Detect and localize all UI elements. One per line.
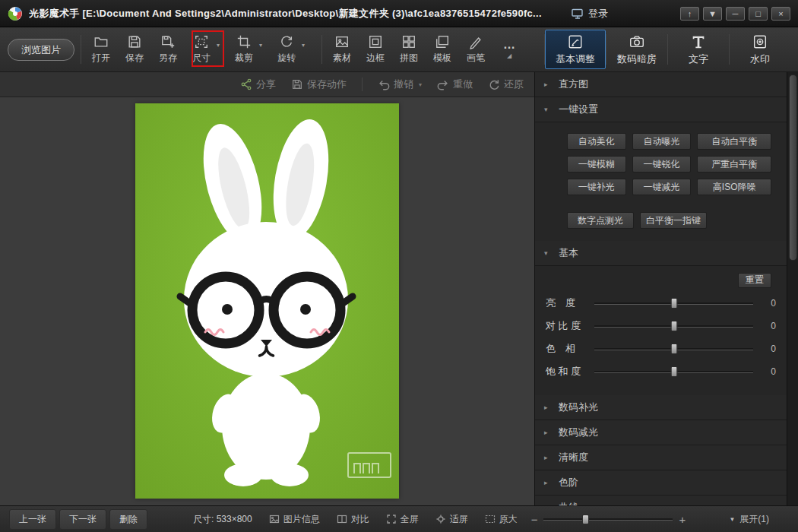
image-info-button[interactable]: 图片信息 <box>269 513 320 526</box>
save-action-button[interactable]: 保存动作 <box>291 78 347 91</box>
auto-exposure-button[interactable]: 自动曝光 <box>632 133 692 150</box>
image-info-icon <box>269 514 280 524</box>
section-basic[interactable]: ▾ 基本 <box>535 241 787 266</box>
panel-scrollbar[interactable] <box>787 72 798 505</box>
rotate-dropdown-icon[interactable]: ▾ <box>302 42 309 49</box>
compare-button[interactable]: 对比 <box>337 513 369 526</box>
scrollbar-thumb[interactable] <box>789 74 797 261</box>
chevron-down-icon: ▾ <box>544 106 552 113</box>
section-title: 一键设置 <box>559 103 598 116</box>
auto-white-balance-button[interactable]: 自动白平衡 <box>697 133 771 150</box>
zoom-slider-thumb[interactable] <box>582 515 589 524</box>
resize-button[interactable]: 尺寸 <box>188 34 215 65</box>
slider-thumb[interactable] <box>670 344 677 354</box>
open-button[interactable]: 打开 <box>87 34 115 65</box>
minimize-button[interactable]: ─ <box>726 7 745 21</box>
one-key-fill-light-button[interactable]: 一键补光 <box>567 179 626 195</box>
text-icon <box>690 33 707 50</box>
undo-button[interactable]: 撤销 ▾ <box>378 78 422 91</box>
previous-image-button[interactable]: 上一张 <box>9 509 56 530</box>
watermark-icon <box>752 33 768 50</box>
restore-button[interactable]: 还原 <box>488 78 524 91</box>
save-button[interactable]: 保存 <box>121 34 148 65</box>
maximize-button[interactable]: □ <box>749 7 768 21</box>
fullscreen-button[interactable]: 全屏 <box>386 513 419 526</box>
fit-screen-button[interactable]: 适屏 <box>435 513 468 526</box>
one-key-reduce-light-button[interactable]: 一键减光 <box>632 179 692 195</box>
zoom-in-button[interactable]: + <box>679 513 686 526</box>
compare-label: 对比 <box>351 513 369 526</box>
section-histogram[interactable]: ▸ 直方图 <box>535 72 787 97</box>
template-button[interactable]: 模板 <box>429 34 456 65</box>
resize-icon <box>194 34 209 49</box>
one-key-sharpen-button[interactable]: 一键锐化 <box>632 156 692 173</box>
slider-thumb[interactable] <box>670 298 677 309</box>
section-title: 数码补光 <box>559 401 598 414</box>
hue-slider[interactable] <box>594 348 753 350</box>
section-levels[interactable]: ▸ 色阶 <box>535 470 787 496</box>
brightness-label: 亮 度 <box>543 296 588 310</box>
severe-white-balance-button[interactable]: 严重白平衡 <box>697 156 771 173</box>
more-tools-button[interactable]: … ◢ <box>496 40 523 59</box>
brush-button[interactable]: 画笔 <box>462 34 489 65</box>
arrow-up-button[interactable]: ↑ <box>680 7 699 21</box>
material-button[interactable]: 素材 <box>328 34 356 65</box>
contrast-slider[interactable] <box>594 325 753 328</box>
close-button[interactable]: × <box>771 7 790 21</box>
main-toolbar: 浏览图片 打开 保存 另存 尺寸 <box>0 27 798 72</box>
fit-screen-icon <box>435 514 446 524</box>
section-title: 数码减光 <box>559 426 598 439</box>
collage-button[interactable]: 拼图 <box>395 34 423 65</box>
arrow-down-button[interactable]: ▼ <box>703 7 722 21</box>
expand-button[interactable]: ▼ 展开(1) <box>729 513 769 526</box>
tab-watermark[interactable]: 水印 <box>730 30 790 69</box>
digital-spot-metering-button[interactable]: 数字点测光 <box>567 212 634 229</box>
auto-beautify-button[interactable]: 自动美化 <box>567 133 626 150</box>
share-button[interactable]: 分享 <box>240 78 276 91</box>
saturation-slider[interactable] <box>594 371 753 373</box>
crop-dropdown-icon[interactable]: ▾ <box>259 42 267 49</box>
section-digital-reduce-light[interactable]: ▸ 数码减光 <box>535 420 787 445</box>
browse-images-button[interactable]: 浏览图片 <box>8 39 74 61</box>
zoom-slider[interactable] <box>543 518 673 521</box>
action-bar: 分享 保存动作 撤销 ▾ <box>0 72 534 97</box>
white-balance-one-touch-button[interactable]: 白平衡一指键 <box>640 212 707 229</box>
crop-icon <box>236 34 252 49</box>
tab-text[interactable]: 文字 <box>668 30 729 69</box>
compare-icon <box>337 514 347 524</box>
border-button[interactable]: 边框 <box>362 34 389 65</box>
save-as-button[interactable]: 另存 <box>154 34 182 65</box>
slider-thumb[interactable] <box>670 366 677 377</box>
tool-label: 尺寸 <box>192 52 211 65</box>
crop-button[interactable]: 裁剪 <box>230 34 258 65</box>
undo-dropdown-icon[interactable]: ▾ <box>419 81 422 88</box>
one-key-blur-button[interactable]: 一键模糊 <box>567 156 626 173</box>
rotate-button[interactable]: 旋转 <box>273 34 300 65</box>
section-digital-fill-light[interactable]: ▸ 数码补光 <box>535 395 787 420</box>
section-title: 基本 <box>559 246 578 260</box>
reset-button[interactable]: 重置 <box>738 273 771 288</box>
section-clarity[interactable]: ▸ 清晰度 <box>535 445 787 470</box>
brightness-slider[interactable] <box>594 302 753 305</box>
adjustment-panel: ▸ 直方图 ▾ 一键设置 自动美化 自动曝光 自动白平衡 一键模糊 一键锐化 严… <box>534 72 787 505</box>
next-image-button[interactable]: 下一张 <box>59 509 106 530</box>
redo-button[interactable]: 重做 <box>437 78 473 91</box>
high-iso-denoise-button[interactable]: 高ISO降噪 <box>697 179 771 195</box>
section-curves[interactable]: ▸ 曲线 <box>535 496 787 505</box>
one-key-buttons: 自动美化 自动曝光 自动白平衡 一键模糊 一键锐化 严重白平衡 一键补光 一键减… <box>535 122 787 241</box>
original-size-button[interactable]: 原大 <box>485 513 518 526</box>
delete-image-button[interactable]: 删除 <box>109 509 147 530</box>
tab-digital-darkroom[interactable]: 数码暗房 <box>606 30 667 69</box>
section-one-key-settings[interactable]: ▾ 一键设置 <box>535 97 787 122</box>
tab-basic-adjust[interactable]: 基本调整 <box>545 30 606 69</box>
login-button[interactable]: 登录 <box>572 7 608 21</box>
login-label: 登录 <box>588 7 608 21</box>
tool-label: 打开 <box>92 52 110 65</box>
zoom-out-button[interactable]: − <box>531 513 538 526</box>
zoom-control: − + <box>531 513 686 526</box>
resize-dropdown-icon[interactable]: ▾ <box>217 42 224 49</box>
slider-thumb[interactable] <box>670 321 677 331</box>
saturation-slider-row: 饱 和 度 0 <box>543 360 776 383</box>
mode-tabs: 基本调整 数码暗房 文字 水印 <box>544 27 790 71</box>
tool-label: 模板 <box>433 52 451 65</box>
